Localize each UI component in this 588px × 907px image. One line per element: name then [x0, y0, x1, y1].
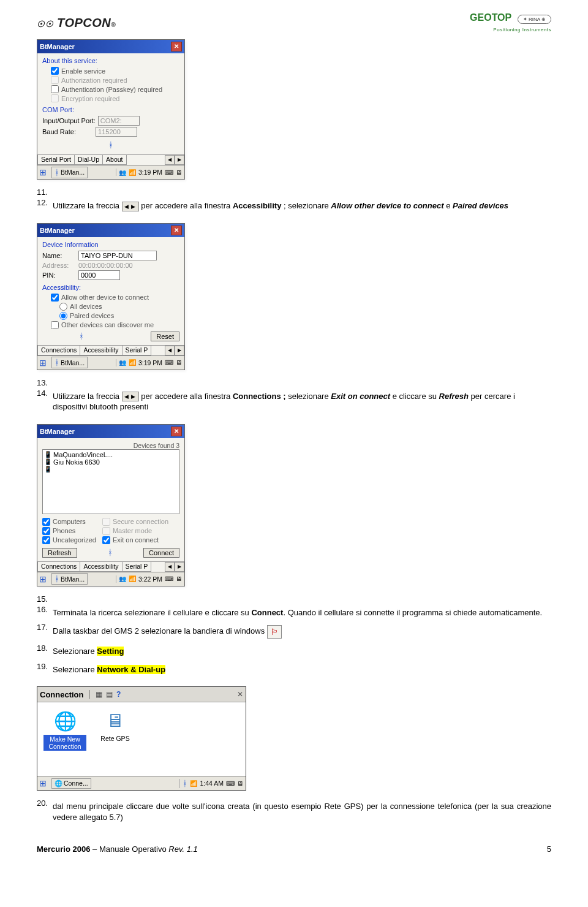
tabs: Connections Accessibility Serial P ◀ ▶ [37, 345, 184, 355]
task-connection[interactable]: 🌐Conne... [51, 778, 91, 789]
name-input[interactable] [78, 251, 157, 260]
geotop-logo: GEOTOP ✶ RINA ⊕ Positioning Instruments [470, 12, 551, 33]
task-btman[interactable]: ᚼBtMan... [51, 357, 88, 368]
conn-title: Connection [40, 690, 84, 699]
task-btman[interactable]: ᚼBtMan... [51, 573, 88, 585]
tray-icon: 👥 [119, 575, 126, 582]
make-new-connection-icon[interactable]: 🌐 Make New Connection [43, 708, 86, 770]
btmanager-serialport-dialog: BtManager ✕ About this service: Enable s… [37, 39, 185, 180]
arrow-icon [122, 392, 139, 401]
phones-checkbox[interactable]: Phones [42, 527, 96, 535]
baud-label: Baud Rate: [42, 128, 76, 135]
page-number: 5 [547, 844, 551, 854]
start-button[interactable] [39, 574, 49, 584]
rete-gps-icon[interactable]: 🖥 Rete GPS [94, 708, 137, 770]
titlebar: BtManager ✕ [37, 425, 184, 438]
desktop-icon[interactable]: 🖥 [176, 575, 182, 582]
tab-scroll-right[interactable]: ▶ [175, 562, 184, 572]
titlebar: BtManager ✕ [37, 224, 184, 237]
computers-checkbox[interactable]: Computers [42, 518, 96, 526]
help-icon[interactable]: ? [116, 690, 121, 699]
windows-flag-icon [267, 625, 282, 639]
list-item: 19. Selezionare Network & Dial-up [37, 662, 551, 679]
section-label: Device Information [42, 241, 179, 248]
pin-input[interactable] [78, 270, 120, 280]
tab-scroll-right[interactable]: ▶ [175, 155, 184, 165]
all-devices-radio[interactable]: All devices [59, 303, 179, 311]
list-item[interactable]: 📱 [44, 466, 178, 472]
keyboard-icon[interactable]: ⌨ [226, 780, 235, 787]
auth-required-checkbox: Authorization required [51, 76, 179, 84]
tab-serial[interactable]: Serial P [122, 346, 152, 355]
conn-titlebar: Connection │ ▦ ▤ ? ✕ [37, 687, 246, 702]
desktop-icon[interactable]: 🖥 [176, 359, 182, 366]
toolbar-sep: │ [88, 690, 92, 699]
connect-button[interactable]: Connect [143, 548, 179, 558]
tab-accessibility[interactable]: Accessibility [80, 346, 122, 355]
signal-icon: 📶 [129, 359, 136, 366]
tab-about[interactable]: About [102, 155, 126, 165]
desktop-icon[interactable]: 🖥 [176, 169, 182, 176]
tab-connections[interactable]: Connections [37, 562, 80, 572]
tab-scroll-left[interactable]: ◀ [165, 562, 175, 572]
tab-serial-port[interactable]: Serial Port [37, 155, 75, 165]
start-button[interactable] [39, 167, 49, 177]
clock: 3:19 PM [138, 169, 162, 176]
close-icon[interactable]: ✕ [171, 226, 182, 235]
tab-accessibility[interactable]: Accessibility [80, 562, 122, 572]
signal-icon: 📶 [129, 169, 136, 176]
keyboard-icon[interactable]: ⌨ [165, 575, 173, 582]
bluetooth-icon: ᚼ [79, 332, 84, 341]
cert-badge: ✶ RINA ⊕ [518, 15, 551, 24]
task-btman[interactable]: ᚼBtMan... [51, 167, 88, 178]
tab-scroll-left[interactable]: ◀ [165, 346, 175, 355]
desktop-icon[interactable]: 🖥 [237, 780, 243, 787]
enable-service-checkbox[interactable]: Enable service [51, 67, 179, 75]
allow-connect-checkbox[interactable]: Allow other device to connect [51, 294, 179, 302]
bluetooth-icon: ᚼ [183, 779, 187, 788]
section-label: About this service: [42, 57, 179, 64]
keyboard-icon[interactable]: ⌨ [165, 359, 173, 366]
start-button[interactable] [39, 778, 49, 788]
keyboard-icon[interactable]: ⌨ [165, 169, 173, 176]
exit-connect-checkbox[interactable]: Exit on connect [102, 536, 168, 544]
discoverable-checkbox[interactable]: Other devices can discover me [51, 321, 179, 329]
list-item: 18. Selezionare Setting [37, 643, 551, 661]
close-icon[interactable]: ✕ [237, 690, 243, 699]
list-item: 12. Utilizzare la freccia per accedere a… [37, 198, 551, 215]
passkey-checkbox[interactable]: Authentication (Passkey) required [51, 85, 179, 93]
list-item: 13. [37, 378, 551, 387]
taskbar: ᚼBtMan... 👥 📶 3:19 PM ⌨ 🖥 [37, 165, 184, 179]
bluetooth-icon: ᚼ [108, 140, 113, 150]
io-port-label: Input/Output Port: [42, 117, 96, 124]
tab-serial[interactable]: Serial P [122, 562, 152, 572]
close-icon[interactable]: ✕ [171, 42, 182, 51]
start-button[interactable] [39, 358, 49, 368]
device-list[interactable]: 📱MaQuandoVinceL... 📱Giu Nokia 6630 📱 [42, 449, 179, 514]
signal-icon: 📶 [190, 780, 197, 787]
btmanager-connections-dialog: BtManager ✕ Devices found 3 📱MaQuandoVin… [37, 424, 185, 586]
list-item: 15. [37, 594, 551, 604]
list-item[interactable]: 📱Giu Nokia 6630 [44, 458, 178, 466]
signal-icon: 📶 [129, 575, 136, 582]
connection-window: Connection │ ▦ ▤ ? ✕ 🌐 Make New Connecti… [37, 686, 246, 791]
uncategorized-checkbox[interactable]: Uncategorized [42, 536, 96, 544]
tab-scroll-right[interactable]: ▶ [175, 346, 184, 355]
view-list-icon[interactable]: ▤ [106, 690, 113, 699]
refresh-button[interactable]: Refresh [42, 548, 77, 558]
tab-dial-up[interactable]: Dial-Up [74, 155, 103, 165]
tray-icon: 👥 [119, 359, 126, 366]
address-label: Address: [42, 262, 76, 269]
view-icons-icon[interactable]: ▦ [96, 690, 102, 699]
taskbar: ᚼBtMan... 👥 📶 3:22 PM ⌨ 🖥 [37, 572, 184, 586]
devices-found-label: Devices found 3 [42, 442, 179, 449]
tab-connections[interactable]: Connections [37, 346, 80, 355]
close-icon[interactable]: ✕ [171, 427, 182, 436]
list-item[interactable]: 📱MaQuandoVinceL... [44, 451, 178, 458]
tab-scroll-left[interactable]: ◀ [165, 155, 175, 165]
reset-button[interactable]: Reset [151, 332, 179, 341]
paired-devices-radio[interactable]: Paired devices [59, 312, 179, 320]
list-item: 17. Dalla taskbar del GMS 2 selezionare … [37, 623, 551, 642]
bluetooth-icon: ᚼ [108, 548, 113, 557]
encryption-checkbox: Encryption required [51, 94, 179, 102]
